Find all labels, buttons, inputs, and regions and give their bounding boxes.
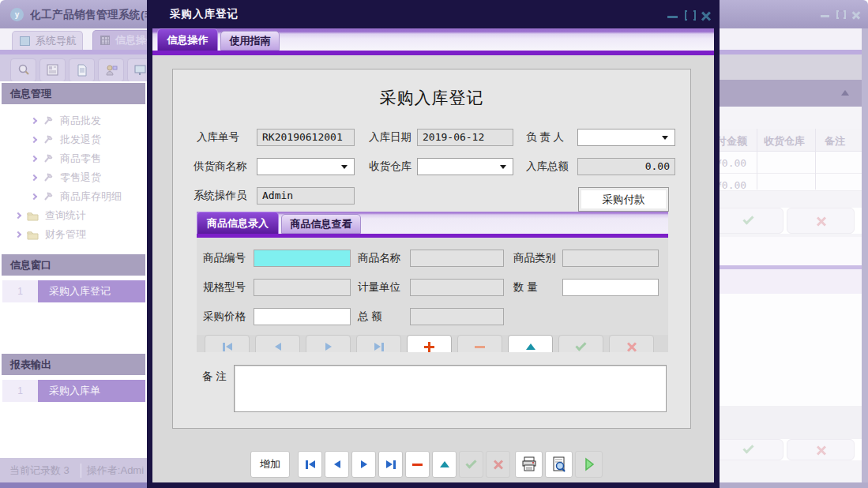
- sidebar-item-wholesale[interactable]: 商品批发: [32, 111, 101, 130]
- dialog-tab-info-operate[interactable]: 信息操作: [157, 28, 218, 51]
- nav-last-button[interactable]: [356, 335, 401, 352]
- nav-cancel-button[interactable]: [609, 335, 654, 352]
- label-item-code: 商品编号: [203, 250, 246, 267]
- add-button[interactable]: 增加: [250, 451, 290, 478]
- tab-system-nav-label: 系统导航: [36, 34, 77, 48]
- nav-cancel-icon: [626, 341, 637, 352]
- field-order-no[interactable]: RK20190612001: [257, 129, 355, 146]
- bg-tabstrip: [720, 237, 862, 265]
- sidebar-item-finance[interactable]: 财务管理: [16, 225, 86, 244]
- label-warehouse: 收货仓库: [369, 158, 411, 175]
- sidebar-header-info-mgmt: 信息管理: [2, 83, 145, 104]
- tab-item-view[interactable]: 商品信息查看: [281, 214, 361, 234]
- field-date[interactable]: 2019-06-12: [417, 129, 513, 146]
- rec-last-button[interactable]: [378, 451, 403, 478]
- sidebar-item-retail[interactable]: 商品零售: [32, 149, 101, 168]
- sidebar-item-label: 批发退货: [60, 133, 101, 147]
- rec-post-icon: [465, 457, 476, 468]
- field-item-category[interactable]: [562, 250, 659, 267]
- nav-delete-button[interactable]: [457, 335, 502, 352]
- dialog-tab-user-guide[interactable]: 使用指南: [220, 31, 280, 51]
- bg-cancel-button[interactable]: [787, 208, 855, 234]
- rec-edit-icon: [440, 461, 449, 467]
- main-close-button[interactable]: [851, 10, 861, 20]
- col-note[interactable]: 备注: [825, 134, 845, 148]
- rec-first-icon: [306, 460, 308, 469]
- nav-last-icon: [374, 343, 381, 351]
- table-row[interactable]: ¥0.00: [720, 174, 862, 191]
- dialog-maximize-button[interactable]: [685, 10, 696, 21]
- field-item-price[interactable]: [254, 308, 351, 325]
- rec-edit-button[interactable]: [432, 451, 457, 478]
- nav-prior-button[interactable]: [255, 335, 300, 352]
- field-operator[interactable]: Admin: [257, 187, 355, 205]
- sidebar-item-wholesale-return[interactable]: 批发退货: [32, 130, 101, 149]
- bg-cancel-button[interactable]: [787, 439, 855, 460]
- field-item-spec[interactable]: [254, 279, 351, 296]
- rec-delete-button[interactable]: [405, 451, 430, 478]
- nav-prior-icon: [275, 343, 281, 351]
- info-window-row-index: 1: [2, 280, 38, 302]
- dialog-content: 信息操作 使用指南 采购入库登记 入库单号 RK20190612001 入库日期…: [152, 28, 714, 482]
- dialog-close-button[interactable]: [701, 10, 712, 21]
- field-item-code[interactable]: [254, 250, 351, 267]
- nav-first-button[interactable]: [205, 335, 250, 352]
- sidebar-item-retail-return[interactable]: 零售退货: [32, 168, 101, 187]
- toolbar-document-button[interactable]: [69, 58, 95, 82]
- collapse-icon[interactable]: [841, 90, 849, 96]
- main-minimize-button[interactable]: [821, 15, 829, 17]
- rec-cancel-button[interactable]: [486, 451, 510, 478]
- combo-warehouse[interactable]: [417, 158, 513, 175]
- sidebar-item-query-stats[interactable]: 查询统计: [16, 206, 86, 225]
- field-item-qty[interactable]: [562, 279, 659, 296]
- chevron-right-icon: [15, 212, 21, 219]
- rec-first-button[interactable]: [298, 451, 322, 478]
- rec-prior-button[interactable]: [325, 451, 349, 478]
- add-user-icon: [104, 63, 118, 77]
- nav-edit-button[interactable]: [508, 335, 553, 352]
- purchase-pay-button[interactable]: 采购付款: [578, 187, 669, 212]
- table-row[interactable]: ¥0.00: [720, 152, 862, 174]
- toolbar-contacts-button[interactable]: [39, 58, 66, 82]
- nav-edit-icon: [526, 343, 535, 350]
- x-icon: [816, 445, 827, 456]
- note-textarea[interactable]: [234, 365, 667, 412]
- run-button[interactable]: [575, 451, 603, 478]
- bg-content-strip: [720, 54, 862, 80]
- main-restore-button[interactable]: [836, 10, 846, 19]
- tab-item-entry[interactable]: 商品信息录入: [197, 212, 279, 234]
- label-date: 入库日期: [369, 129, 411, 146]
- info-window-row-purchase-entry[interactable]: 采购入库登记: [38, 280, 145, 302]
- sidebar-item-stock-detail[interactable]: 商品库存明细: [32, 187, 122, 206]
- label-manager: 负 责 人: [526, 129, 564, 146]
- dialog-minimize-button[interactable]: [667, 16, 678, 18]
- print-button[interactable]: [515, 451, 543, 478]
- sidebar-header-report: 报表输出: [2, 354, 145, 375]
- item-tab-strip: 商品信息录入 商品信息查看: [197, 212, 668, 234]
- toolbar-search-button[interactable]: [10, 58, 36, 82]
- sidebar-item-label: 商品批发: [60, 114, 101, 128]
- label-item-category: 商品类别: [513, 250, 556, 267]
- print-preview-button[interactable]: [545, 451, 573, 478]
- field-total[interactable]: 0.00: [577, 158, 675, 175]
- field-item-name[interactable]: [410, 250, 504, 267]
- field-item-unit[interactable]: [410, 279, 504, 296]
- combo-supplier[interactable]: [257, 158, 355, 175]
- combo-manager[interactable]: [577, 129, 675, 146]
- hammer-icon: [43, 172, 54, 183]
- nav-post-button[interactable]: [558, 335, 603, 352]
- rec-next-button[interactable]: [351, 451, 376, 478]
- tab-info-operate[interactable]: 信息操作: [92, 30, 150, 50]
- report-row-purchase-order[interactable]: 采购入库单: [38, 380, 145, 402]
- col-warehouse[interactable]: 收货仓库: [764, 134, 805, 148]
- field-item-amount[interactable]: [410, 308, 504, 325]
- rec-post-button[interactable]: [459, 451, 483, 478]
- hammer-icon: [43, 191, 54, 202]
- nav-insert-button[interactable]: [407, 335, 452, 352]
- col-amount-paid[interactable]: 付金额: [716, 134, 747, 148]
- nav-last-icon: [381, 343, 384, 351]
- nav-next-button[interactable]: [306, 335, 351, 352]
- sidebar-header-info-window: 信息窗口: [2, 254, 145, 276]
- toolbar-user-button[interactable]: [98, 58, 124, 82]
- tab-system-nav[interactable]: 系统导航: [12, 31, 83, 50]
